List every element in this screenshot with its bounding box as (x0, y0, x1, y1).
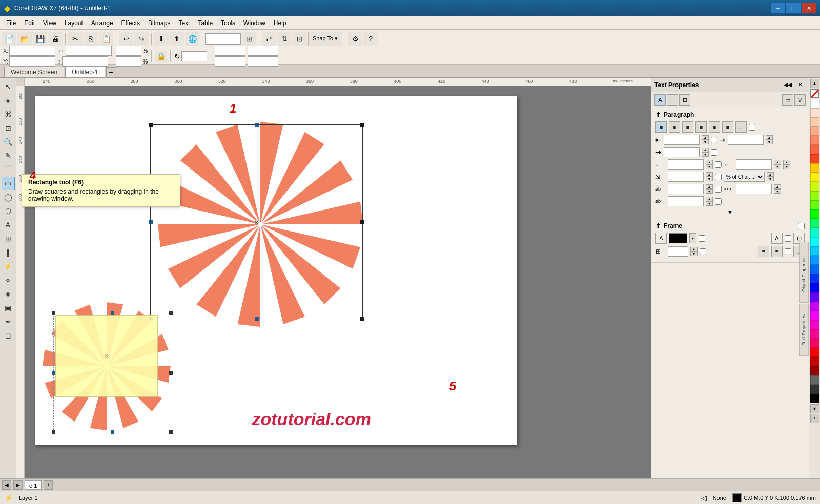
frame-color-type-button[interactable]: A (655, 233, 667, 244)
help-icon-button[interactable]: ? (363, 32, 378, 46)
cols-down[interactable]: ▼ (690, 251, 698, 256)
zoom-tool-button[interactable]: 🔍 (2, 135, 15, 149)
side-tab-text-props[interactable]: Text Properties (799, 304, 809, 356)
page-next-button[interactable]: ▶ (13, 480, 23, 490)
color-red3[interactable] (810, 357, 819, 366)
copy-button[interactable]: ⎘ (84, 32, 98, 46)
cut-button[interactable]: ✂ (68, 32, 83, 46)
cols-align2[interactable]: ≡ (771, 246, 783, 257)
shift1-down[interactable]: ▼ (706, 201, 713, 206)
indent1-check[interactable] (711, 137, 717, 143)
color-5[interactable] (810, 145, 819, 154)
cols-align1[interactable]: ≡ (758, 246, 769, 257)
color-green4[interactable] (810, 219, 819, 228)
scale2-spinner[interactable]: ▲ ▼ (774, 160, 781, 169)
indent2-down[interactable]: ▼ (766, 140, 773, 144)
baseline1-down[interactable]: ▼ (706, 189, 713, 194)
color-green3[interactable] (810, 209, 819, 219)
x-input[interactable]: 399.462 mm (9, 46, 55, 56)
indent1-input[interactable]: 0.0 mm (664, 135, 700, 145)
indent1-up[interactable]: ▲ (702, 135, 709, 140)
baseline2-input[interactable]: 100.0 % (736, 184, 772, 194)
undo-button[interactable]: ↩ (119, 32, 133, 46)
transparency-tool-button[interactable]: ◻ (2, 329, 15, 342)
paragraph-header[interactable]: ⬆ Paragraph (655, 111, 805, 118)
indent3-up[interactable]: ▲ (702, 148, 709, 152)
color-3[interactable] (810, 127, 819, 136)
cols-check[interactable] (700, 248, 706, 255)
shape-edit-button[interactable]: ◈ (2, 94, 15, 107)
scale2-input[interactable]: 100.0 % (736, 159, 772, 170)
panel-help[interactable]: ? (794, 94, 806, 106)
frame-text-button[interactable]: A (771, 233, 783, 244)
paste-button[interactable]: 📋 (99, 32, 113, 46)
print-button[interactable]: 🖨 (48, 32, 63, 46)
color-blue1[interactable] (810, 246, 819, 256)
color-yellowgreen[interactable] (810, 182, 819, 191)
snap-to-button[interactable]: Snap To ▾ (308, 32, 342, 46)
indent1-down[interactable]: ▼ (702, 140, 709, 144)
scale2-up2[interactable]: ▲ (783, 160, 790, 164)
cols-check2[interactable] (785, 248, 791, 255)
color-blue4[interactable] (810, 274, 819, 283)
side-tab-object-props[interactable]: Object Properties... (799, 242, 809, 303)
export-button[interactable]: ⬆ (170, 32, 184, 46)
ellipse-tool-button[interactable]: ◯ (2, 191, 15, 204)
coord2-input[interactable]: 0.0 mm (215, 56, 245, 67)
color-white[interactable] (810, 99, 819, 108)
menu-tools[interactable]: Tools (217, 18, 239, 28)
panel-expand[interactable]: ▭ (782, 94, 793, 106)
select-tool-button[interactable]: ↖ (2, 80, 15, 93)
color-green2[interactable] (810, 200, 819, 209)
shift1-spinner[interactable]: ▲ ▼ (706, 197, 713, 206)
offset1-spinner[interactable]: ▲ ▼ (706, 172, 713, 181)
menu-edit[interactable]: Edit (20, 18, 39, 28)
snap-mirror-button[interactable]: ⇄ (262, 32, 276, 46)
frame-color-check[interactable] (699, 235, 705, 242)
panel-scroll-left[interactable]: ◀◀ (782, 79, 793, 91)
redo-button[interactable]: ↪ (134, 32, 149, 46)
palette-scroll-down[interactable]: ▼ (810, 404, 819, 413)
color-6[interactable] (810, 154, 819, 163)
baseline1-input[interactable]: 0.0 % (668, 184, 704, 194)
height-input[interactable]: 77.759 mm (62, 56, 108, 67)
baseline2-up[interactable]: ▲ (774, 184, 781, 189)
color-black[interactable] (810, 394, 819, 403)
menu-text[interactable]: Text (174, 18, 194, 28)
color-green1[interactable] (810, 191, 819, 200)
page-add-button[interactable]: + (44, 480, 53, 490)
snap-vert-button[interactable]: ⇅ (277, 32, 292, 46)
color-purple[interactable] (810, 302, 819, 311)
publish-button[interactable]: 🌐 (185, 32, 199, 46)
color-magenta[interactable] (810, 311, 819, 320)
color-blue3[interactable] (810, 265, 819, 274)
menu-help[interactable]: Help (270, 18, 291, 28)
frame-color-swatch[interactable] (669, 233, 687, 243)
align-justify-button[interactable]: ≡ (695, 121, 707, 133)
shift1-check[interactable] (715, 198, 722, 205)
scale1-input[interactable]: 100.0 % (668, 159, 704, 170)
interactive-blend-button[interactable]: ✒ (2, 315, 15, 328)
panel-close-button[interactable]: ✕ (794, 79, 806, 91)
indent2-spinner[interactable]: ▲ ▼ (766, 135, 773, 144)
scale2-down2[interactable]: ▼ (783, 164, 790, 169)
freehand-tool-button[interactable]: ✎ (2, 149, 15, 162)
offset1-down[interactable]: ▼ (706, 177, 713, 181)
options-button[interactable]: ⚙ (348, 32, 362, 46)
rectangle-tool-button[interactable]: ▭ (2, 177, 15, 190)
scale2-up[interactable]: ▲ (774, 160, 781, 164)
menu-view[interactable]: View (39, 18, 60, 28)
text-tool-button[interactable]: A (2, 218, 15, 232)
offset-select[interactable]: % of Char. ... (724, 172, 765, 182)
baseline2-down[interactable]: ▼ (774, 189, 781, 194)
scale-y-input[interactable]: 100.0 (116, 56, 141, 67)
crop-tool-button[interactable]: ⊡ (2, 121, 15, 135)
color-blue5[interactable] (810, 283, 819, 292)
tab-welcome[interactable]: Welcome Screen (4, 67, 64, 77)
menu-bitmaps[interactable]: Bitmaps (144, 18, 174, 28)
scale1-up[interactable]: ▲ (706, 160, 713, 164)
scale1-spinner[interactable]: ▲ ▼ (706, 160, 713, 169)
menu-window[interactable]: Window (239, 18, 270, 28)
smear-tool-button[interactable]: ⌘ (2, 108, 15, 121)
shift1-input[interactable]: 0.0 % (668, 196, 704, 206)
